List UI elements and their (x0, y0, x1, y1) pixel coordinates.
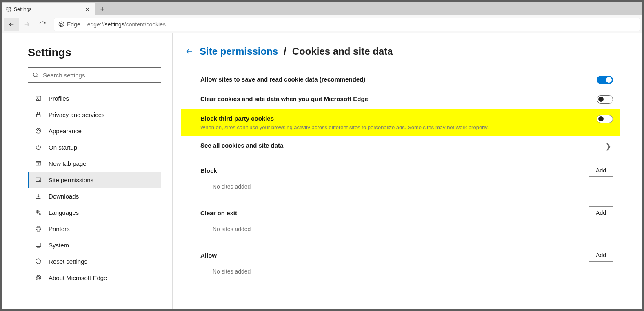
empty-message: No sites added (200, 219, 613, 241)
refresh-button[interactable] (35, 18, 50, 31)
edge-icon (35, 274, 42, 281)
browser-tab[interactable]: Settings ✕ (2, 3, 95, 15)
svg-point-12 (39, 180, 40, 181)
gear-icon (6, 7, 11, 12)
settings-sidebar: Settings Profiles Privacy and services A… (2, 33, 173, 309)
toggle-block-third-party[interactable] (597, 115, 613, 123)
language-icon (35, 209, 42, 216)
site-identity: Edge (58, 21, 84, 28)
nav-label: Privacy and services (49, 111, 105, 118)
setting-description: When on, sites can't use your browsing a… (200, 124, 597, 130)
newtab-icon (35, 160, 42, 167)
breadcrumb-back-button[interactable] (185, 47, 194, 56)
setting-title: Clear cookies and site data when you qui… (200, 95, 597, 102)
chevron-right-icon: ❯ (605, 142, 613, 151)
breadcrumb-separator: / (284, 46, 286, 57)
url-text: edge://settings/content/cookies (87, 21, 166, 28)
settings-nav: Profiles Privacy and services Appearance… (28, 90, 161, 286)
nav-profiles[interactable]: Profiles (28, 90, 161, 106)
search-icon (32, 72, 39, 78)
add-allow-button[interactable]: Add (589, 249, 613, 262)
browser-toolbar: Edge edge://settings/content/cookies (2, 15, 642, 33)
nav-label: About Microsoft Edge (49, 274, 107, 281)
search-settings[interactable] (28, 67, 161, 83)
lock-icon (35, 111, 42, 118)
setting-block-third-party: Block third-party cookies When on, sites… (181, 109, 620, 136)
svg-point-15 (36, 275, 41, 280)
nav-downloads[interactable]: Downloads (28, 188, 161, 204)
setting-title: See all cookies and site data (200, 142, 605, 149)
printer-icon (35, 225, 42, 232)
breadcrumb-link[interactable]: Site permissions (200, 46, 278, 57)
forward-button[interactable] (20, 18, 34, 31)
svg-point-4 (37, 97, 38, 99)
add-clear-exit-button[interactable]: Add (589, 206, 613, 219)
nav-label: On startup (49, 144, 77, 151)
setting-see-all-cookies[interactable]: See all cookies and site data ❯ (185, 136, 620, 157)
svg-point-7 (37, 130, 38, 130)
nav-printers[interactable]: Printers (28, 221, 161, 237)
tab-title: Settings (14, 7, 31, 12)
section-title: Clear on exit (200, 210, 237, 216)
empty-message: No sites added (200, 177, 613, 199)
new-tab-button[interactable]: + (95, 3, 109, 15)
toggle-clear-on-quit[interactable] (597, 95, 613, 104)
add-block-button[interactable]: Add (589, 164, 613, 177)
sidebar-title: Settings (28, 46, 161, 59)
nav-system[interactable]: System (28, 237, 161, 253)
nav-appearance[interactable]: Appearance (28, 123, 161, 139)
nav-newtab[interactable]: New tab page (28, 155, 161, 172)
main-panel: Site permissions / Cookies and site data… (173, 33, 642, 309)
svg-point-2 (33, 73, 37, 77)
nav-startup[interactable]: On startup (28, 139, 161, 155)
svg-rect-5 (36, 114, 40, 117)
nav-about[interactable]: About Microsoft Edge (28, 269, 161, 286)
section-title: Block (200, 167, 217, 174)
system-icon (35, 242, 42, 248)
toggle-allow-cookies[interactable] (597, 76, 613, 84)
permissions-icon (35, 176, 42, 183)
page-header: Site permissions / Cookies and site data (185, 46, 620, 57)
setting-title: Allow sites to save and read cookie data… (200, 76, 597, 83)
nav-site-permissions[interactable]: Site permissions (28, 172, 161, 188)
nav-reset[interactable]: Reset settings (28, 253, 161, 269)
nav-label: Printers (49, 225, 70, 232)
palette-icon (35, 128, 42, 134)
profile-icon (35, 95, 42, 101)
origin-label: Edge (67, 21, 80, 28)
setting-clear-on-quit: Clear cookies and site data when you qui… (185, 90, 620, 109)
svg-point-8 (38, 129, 38, 130)
svg-rect-14 (36, 243, 41, 246)
breadcrumb-current: Cookies and site data (292, 46, 393, 57)
power-icon (35, 144, 42, 150)
setting-title: Block third-party cookies (200, 115, 597, 122)
edge-icon (58, 21, 64, 27)
download-icon (35, 193, 42, 199)
section-title: Allow (200, 252, 217, 259)
nav-label: New tab page (49, 160, 87, 167)
nav-label: Site permissions (49, 176, 93, 183)
section-allow: Allow Add No sites added (185, 241, 620, 284)
address-bar[interactable]: Edge edge://settings/content/cookies (54, 18, 640, 31)
setting-allow-cookies: Allow sites to save and read cookie data… (185, 70, 620, 90)
nav-languages[interactable]: Languages (28, 204, 161, 221)
svg-point-0 (8, 9, 9, 10)
close-icon[interactable]: ✕ (83, 5, 91, 13)
content-area: Settings Profiles Privacy and services A… (2, 33, 642, 309)
svg-point-9 (39, 130, 40, 130)
tab-strip: Settings ✕ + (2, 2, 642, 15)
nav-label: System (49, 242, 69, 249)
nav-privacy[interactable]: Privacy and services (28, 106, 161, 123)
nav-label: Reset settings (49, 258, 87, 265)
nav-label: Appearance (49, 128, 82, 135)
section-block: Block Add No sites added (185, 157, 620, 199)
nav-label: Downloads (49, 193, 79, 200)
search-input[interactable] (43, 72, 157, 79)
nav-label: Profiles (49, 95, 69, 102)
reset-icon (35, 258, 42, 265)
back-button[interactable] (4, 18, 19, 31)
nav-label: Languages (49, 209, 79, 216)
empty-message: No sites added (200, 262, 613, 284)
section-clear-on-exit: Clear on exit Add No sites added (185, 199, 620, 241)
